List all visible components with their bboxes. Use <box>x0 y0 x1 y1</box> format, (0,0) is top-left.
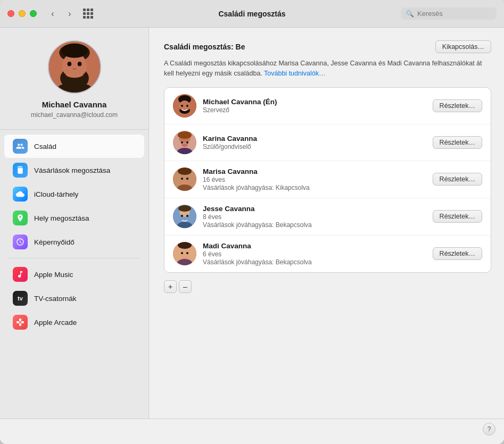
svg-point-36 <box>186 215 188 217</box>
family-icon <box>13 139 28 154</box>
purchases-icon <box>13 163 28 178</box>
svg-point-22 <box>181 141 183 144</box>
svg-point-23 <box>186 141 188 144</box>
sidebar-item-icloud[interactable]: iCloud-tárhely <box>4 182 144 206</box>
help-button[interactable]: ? <box>483 423 495 435</box>
member-name: Michael Cavanna (Én) <box>203 98 426 106</box>
member-role: 6 éves <box>203 250 426 258</box>
sidebar-divider <box>9 258 140 258</box>
learn-more-link[interactable]: További tudnivalók… <box>264 70 325 77</box>
member-detail: Vásárlások jóváhagyása: Kikapcsolva <box>203 184 426 191</box>
screentime-icon <box>13 234 28 249</box>
member-info: Marisa Cavanna 16 éves Vásárlások jóváha… <box>203 167 426 191</box>
main-panel: Családi megosztás: Be Kikapcsolás… A Csa… <box>149 28 504 418</box>
titlebar: ‹ › Családi megosztás 🔍 <box>0 0 504 28</box>
system-preferences-window: ‹ › Családi megosztás 🔍 <box>0 0 504 444</box>
sidebar-item-screentime-label: Képernyőidő <box>34 238 75 246</box>
nav-section-services: Apple Music tv TV-csatornák A <box>0 263 148 334</box>
sidebar-item-family[interactable]: Család <box>4 135 144 158</box>
tv-icon: tv <box>13 291 28 306</box>
table-row: Madi Cavanna 6 éves Vásárlások jóváhagyá… <box>164 236 491 272</box>
search-icon: 🔍 <box>406 10 414 18</box>
member-role: Szervező <box>203 106 426 114</box>
sidebar-item-purchases[interactable]: Vásárlások megosztása <box>4 158 144 182</box>
svg-point-28 <box>178 167 192 175</box>
svg-point-17 <box>181 105 183 107</box>
details-button[interactable]: Részletek… <box>433 136 482 149</box>
member-info: Karina Cavanna Szülő/gondviselő <box>203 135 426 150</box>
search-input[interactable] <box>417 10 491 18</box>
user-name: Michael Cavanna <box>42 100 107 109</box>
member-name: Karina Cavanna <box>203 135 426 143</box>
member-detail: Vásárlások jóváhagyása: Bekapcsolva <box>203 258 426 266</box>
details-button[interactable]: Részletek… <box>433 247 482 260</box>
member-detail: Vásárlások jóváhagyása: Bekapcsolva <box>203 221 426 229</box>
sidebar-item-location[interactable]: Hely megosztása <box>4 206 144 230</box>
table-row: Michael Cavanna (Én) Szervező Részletek… <box>164 88 491 124</box>
sidebar-item-tv-label: TV-csatornák <box>34 295 77 303</box>
traffic-lights <box>7 10 37 17</box>
avatar <box>173 242 196 265</box>
svg-point-7 <box>77 62 81 66</box>
arcade-icon <box>13 315 28 330</box>
details-button[interactable]: Részletek… <box>433 99 482 112</box>
details-button[interactable]: Részletek… <box>433 210 482 223</box>
svg-point-16 <box>180 106 189 111</box>
location-icon <box>13 211 28 225</box>
disable-button[interactable]: Kikapcsolás… <box>435 40 491 53</box>
nav-section-main: Család Vásárlások megosztása <box>0 135 148 254</box>
avatar <box>48 40 101 94</box>
details-button[interactable]: Részletek… <box>433 173 482 186</box>
table-row: Marisa Cavanna 16 éves Vásárlások jóváha… <box>164 161 491 198</box>
window-title: Családi megosztás <box>218 10 285 18</box>
avatar <box>173 205 196 228</box>
profile-section: Michael Cavanna michael_cavanna@icloud.c… <box>0 28 148 130</box>
sidebar-item-arcade[interactable]: Apple Arcade <box>4 311 144 334</box>
member-info: Michael Cavanna (Én) Szervező <box>203 98 426 114</box>
grid-icon <box>83 9 93 19</box>
member-name: Madi Cavanna <box>203 242 426 250</box>
user-email: michael_cavanna@icloud.com <box>31 111 118 119</box>
forward-button[interactable]: › <box>62 6 77 21</box>
member-role: 8 éves <box>203 213 426 221</box>
bottom-bar: ? <box>0 418 504 444</box>
icloud-icon <box>13 187 28 202</box>
svg-point-29 <box>181 178 183 180</box>
sidebar-item-music[interactable]: Apple Music <box>4 263 144 286</box>
nav-buttons: ‹ › <box>45 6 77 21</box>
table-row: Karina Cavanna Szülő/gondviselő Részlete… <box>164 124 491 161</box>
svg-point-10 <box>65 70 84 78</box>
svg-point-42 <box>186 252 188 254</box>
member-role: Szülő/gondviselő <box>203 143 426 150</box>
member-info: Madi Cavanna 6 éves Vásárlások jóváhagyá… <box>203 242 426 266</box>
sidebar: Michael Cavanna michael_cavanna@icloud.c… <box>0 28 149 418</box>
search-box[interactable]: 🔍 <box>401 7 497 20</box>
sidebar-item-location-label: Hely megosztása <box>34 214 89 222</box>
sidebar-item-screentime[interactable]: Képernyőidő <box>4 230 144 254</box>
sidebar-item-icloud-label: iCloud-tárhely <box>34 190 78 198</box>
avatar <box>173 167 196 191</box>
section-header: Családi megosztás: Be Kikapcsolás… <box>164 40 491 53</box>
svg-point-18 <box>186 105 188 107</box>
grid-view-button[interactable] <box>79 5 96 22</box>
sidebar-item-tv[interactable]: tv TV-csatornák <box>4 287 144 310</box>
svg-point-35 <box>181 215 183 217</box>
section-title: Családi megosztás: Be <box>164 43 245 51</box>
remove-member-button[interactable]: – <box>179 280 192 293</box>
back-button[interactable]: ‹ <box>45 6 60 21</box>
svg-point-21 <box>178 131 192 139</box>
sidebar-item-family-label: Család <box>34 143 56 150</box>
close-button[interactable] <box>7 10 14 17</box>
add-member-button[interactable]: + <box>164 280 177 293</box>
sidebar-item-purchases-label: Vásárlások megosztása <box>34 166 110 174</box>
avatar <box>173 94 196 118</box>
svg-point-41 <box>181 252 183 254</box>
svg-point-5 <box>61 44 88 58</box>
member-info: Jesse Cavanna 8 éves Vásárlások jóváhagy… <box>203 205 426 229</box>
maximize-button[interactable] <box>30 10 37 17</box>
content-area: Michael Cavanna michael_cavanna@icloud.c… <box>0 28 504 418</box>
svg-point-6 <box>67 62 71 66</box>
avatar <box>173 131 196 154</box>
minimize-button[interactable] <box>19 10 26 17</box>
svg-point-30 <box>186 178 188 180</box>
